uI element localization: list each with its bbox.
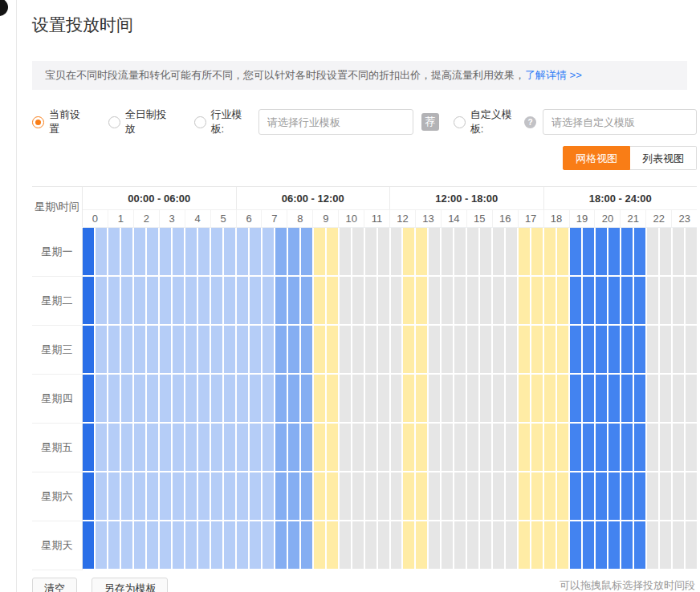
time-cell[interactable] [134, 521, 145, 569]
time-cell[interactable] [237, 326, 248, 373]
time-cell[interactable] [608, 375, 620, 422]
time-cell[interactable] [352, 424, 364, 471]
time-cell[interactable] [442, 424, 453, 471]
time-cell[interactable] [121, 424, 132, 471]
time-cell[interactable] [506, 326, 517, 373]
time-cell[interactable] [211, 521, 222, 569]
time-cell[interactable] [416, 472, 427, 520]
time-cell[interactable] [250, 326, 261, 373]
time-cell[interactable] [531, 326, 543, 373]
time-cell[interactable] [378, 472, 389, 520]
time-cell[interactable] [442, 277, 453, 324]
time-cell[interactable] [544, 228, 556, 275]
time-cell[interactable] [365, 521, 376, 569]
time-cell[interactable] [275, 521, 287, 569]
time-cell[interactable] [442, 472, 453, 520]
time-cell[interactable] [224, 228, 235, 275]
time-cell[interactable] [660, 326, 671, 373]
time-cell[interactable] [493, 424, 504, 471]
time-cell[interactable] [96, 228, 107, 275]
time-cell[interactable] [198, 277, 210, 324]
time-cell[interactable] [608, 521, 620, 569]
time-cell[interactable] [570, 521, 581, 569]
time-cell[interactable] [288, 472, 299, 520]
time-cell[interactable] [365, 424, 376, 471]
time-cell[interactable] [185, 424, 197, 471]
time-cell[interactable] [647, 521, 658, 569]
time-cell[interactable] [621, 228, 633, 275]
time-cell[interactable] [660, 472, 671, 520]
time-cell[interactable] [365, 228, 376, 275]
time-cell[interactable] [198, 326, 210, 373]
time-cell[interactable] [480, 521, 491, 569]
time-cell[interactable] [134, 472, 145, 520]
time-cell[interactable] [480, 277, 491, 324]
time-cell[interactable] [83, 228, 94, 275]
time-cell[interactable] [262, 326, 274, 373]
time-cell[interactable] [173, 228, 184, 275]
time-cell[interactable] [570, 277, 581, 324]
time-cell[interactable] [121, 326, 132, 373]
time-cell[interactable] [352, 277, 364, 324]
time-cell[interactable] [416, 375, 427, 422]
time-cell[interactable] [301, 326, 312, 373]
time-cell[interactable] [327, 424, 338, 471]
time-cell[interactable] [96, 472, 107, 520]
time-cell[interactable] [544, 472, 556, 520]
time-cell[interactable] [147, 326, 158, 373]
time-cell[interactable] [686, 472, 697, 520]
time-cell[interactable] [352, 472, 364, 520]
time-cell[interactable] [134, 277, 145, 324]
time-cell[interactable] [83, 521, 94, 569]
time-cell[interactable] [340, 277, 351, 324]
time-cell[interactable] [121, 472, 132, 520]
time-cell[interactable] [250, 375, 261, 422]
time-cell[interactable] [493, 375, 504, 422]
time-cell[interactable] [467, 521, 478, 569]
time-cell[interactable] [673, 228, 684, 275]
time-cell[interactable] [429, 521, 440, 569]
time-cell[interactable] [621, 424, 633, 471]
time-cell[interactable] [301, 277, 312, 324]
time-cell[interactable] [160, 472, 171, 520]
time-cell[interactable] [454, 228, 466, 275]
time-cell[interactable] [647, 326, 658, 373]
time-cell[interactable] [275, 424, 287, 471]
time-cell[interactable] [83, 472, 94, 520]
time-cell[interactable] [583, 375, 594, 422]
grid-view-button[interactable]: 网格视图 [563, 146, 630, 170]
time-cell[interactable] [224, 424, 235, 471]
help-question-icon[interactable]: ? [524, 116, 536, 128]
time-cell[interactable] [416, 326, 427, 373]
time-cell[interactable] [108, 228, 120, 275]
time-cell[interactable] [173, 472, 184, 520]
time-cell[interactable] [262, 424, 274, 471]
time-cell[interactable] [198, 472, 210, 520]
time-cell[interactable] [327, 375, 338, 422]
time-cell[interactable] [621, 472, 633, 520]
time-cell[interactable] [185, 472, 197, 520]
time-cell[interactable] [403, 228, 414, 275]
time-cell[interactable] [250, 277, 261, 324]
time-cell[interactable] [544, 424, 556, 471]
time-cell[interactable] [673, 472, 684, 520]
time-cell[interactable] [121, 375, 132, 422]
time-cell[interactable] [686, 424, 697, 471]
time-cell[interactable] [147, 472, 158, 520]
time-cell[interactable] [429, 472, 440, 520]
time-cell[interactable] [634, 228, 645, 275]
time-cell[interactable] [467, 375, 478, 422]
time-cell[interactable] [531, 228, 543, 275]
time-cell[interactable] [596, 277, 607, 324]
time-cell[interactable] [173, 277, 184, 324]
time-cell[interactable] [531, 521, 543, 569]
time-cell[interactable] [480, 228, 491, 275]
time-cell[interactable] [327, 277, 338, 324]
radio-all-day[interactable]: 全日制投放 [108, 107, 173, 136]
time-cell[interactable] [519, 277, 530, 324]
time-cell[interactable] [314, 521, 325, 569]
time-cell[interactable] [198, 424, 210, 471]
time-cell[interactable] [365, 472, 376, 520]
time-cell[interactable] [134, 424, 145, 471]
time-cell[interactable] [352, 375, 364, 422]
